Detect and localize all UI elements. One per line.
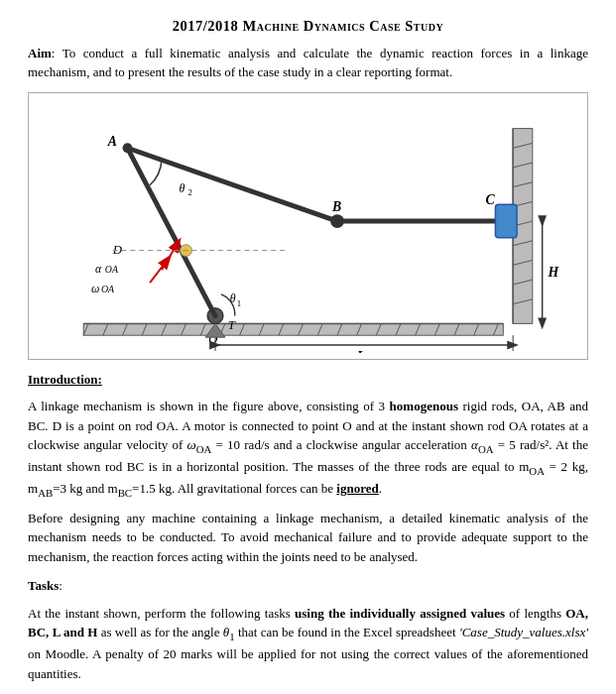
svg-text:α: α: [95, 262, 102, 276]
intro-paragraph-1: A linkage mechanism is shown in the figu…: [28, 397, 588, 500]
aim-section: Aim: To conduct a full kinematic analysi…: [28, 45, 588, 82]
diagram-container: T O A D θ 1 α OA ω OA θ 2: [28, 92, 588, 360]
intro-label: Introduction:: [28, 372, 102, 387]
aim-label: Aim: [28, 46, 52, 60]
spreadsheet-text: spreadsheet: [396, 625, 456, 639]
svg-line-46: [150, 257, 170, 283]
page-title: 2017/2018 Machine Dynamics Case Study: [28, 18, 588, 35]
svg-text:OA: OA: [101, 284, 115, 294]
svg-text:T: T: [228, 318, 236, 332]
svg-text:H: H: [548, 265, 560, 280]
intro-section: Introduction: A linkage mechanism is sho…: [28, 370, 588, 566]
tasks-label: Tasks: [28, 578, 59, 593]
svg-text:B: B: [331, 199, 341, 214]
svg-text:θ: θ: [230, 290, 236, 304]
tasks-section: Tasks: At the instant shown, perform the…: [28, 576, 588, 683]
diagram-svg: T O A D θ 1 α OA ω OA θ 2: [35, 99, 581, 353]
svg-text:D: D: [112, 242, 123, 256]
svg-text:L: L: [356, 348, 365, 352]
svg-text:C: C: [486, 192, 496, 207]
intro-paragraph-2: Before designing any machine containing …: [28, 509, 588, 567]
svg-text:ω: ω: [91, 282, 99, 295]
svg-rect-57: [495, 204, 517, 237]
svg-text:A: A: [107, 134, 117, 149]
svg-text:θ: θ: [180, 180, 185, 194]
svg-text:OA: OA: [105, 264, 119, 275]
aim-text: : To conduct a full kinematic analysis a…: [28, 46, 588, 79]
tasks-paragraph: At the instant shown, perform the follow…: [28, 604, 588, 683]
svg-text:1: 1: [237, 297, 241, 307]
svg-text:2: 2: [187, 187, 191, 197]
